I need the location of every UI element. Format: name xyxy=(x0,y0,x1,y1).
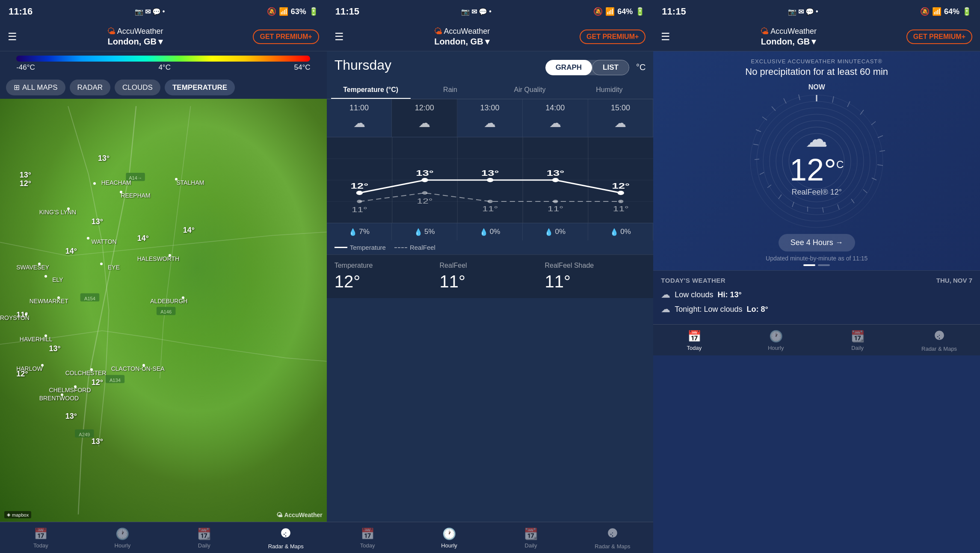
toggle-graph[interactable]: GRAPH xyxy=(545,60,592,75)
nav-hourly-1[interactable]: 🕐 Hourly xyxy=(82,527,163,550)
col-1500: 15:00 ☁ xyxy=(588,99,654,137)
dot-eye xyxy=(100,263,103,265)
nav-today-1[interactable]: 📅 Today xyxy=(0,527,82,550)
tonight-condition: Tonight: Low clouds xyxy=(675,305,742,314)
nav-radar-1[interactable]: Radar & Maps xyxy=(245,527,327,550)
nav-radar-2[interactable]: Radar & Maps xyxy=(571,527,653,550)
svg-line-55 xyxy=(838,204,839,210)
label-harlow: HARLOW xyxy=(16,365,42,372)
dot-heacham xyxy=(93,182,96,185)
nav-hourly-3[interactable]: 🕐 Hourly xyxy=(735,330,817,352)
radar-cloud-icon: ☁ xyxy=(805,126,828,152)
tab-clouds[interactable]: CLOUDS xyxy=(115,80,160,95)
location-2[interactable]: London, GB ▾ xyxy=(434,36,489,47)
label-colchester: COLCHESTER xyxy=(65,370,107,376)
timeline-dot-1 xyxy=(803,264,815,266)
tab-temperature[interactable]: TEMPERATURE xyxy=(165,80,235,95)
drop-icon-1: 💧 xyxy=(349,228,357,236)
today-label: TODAY'S WEATHER xyxy=(661,277,725,284)
svg-line-65 xyxy=(762,117,767,120)
temp-13-4: 13° xyxy=(65,412,77,421)
message-icon-2: 💬 xyxy=(479,8,487,16)
camera-icon-3: 📷 xyxy=(788,8,796,16)
label-eye: EYE xyxy=(108,264,120,271)
legend-line-solid xyxy=(335,247,347,248)
radar-realfeel: RealFeel® 12° xyxy=(791,188,842,197)
chevron-down-icon-3: ▾ xyxy=(811,36,816,47)
screen-today: 11:15 📷 ✉ 💬 • 🔕 📶 64% 🔋 ☰ 🌤 AccuWeather xyxy=(653,0,980,553)
screen-maps: 11:16 📷 ✉ 💬 • 🔕 📶 63% 🔋 ☰ 🌤 AccuWeather xyxy=(0,0,327,553)
bottom-nav-3: 📅 Today 🕐 Hourly 📆 Daily Radar & Maps xyxy=(653,324,980,355)
daily-icon-1: 📆 xyxy=(197,527,211,541)
summary-temperature: Temperature 12° xyxy=(335,262,435,291)
premium-btn-2[interactable]: GET PREMIUM+ xyxy=(580,30,645,44)
tab-radar[interactable]: RADAR xyxy=(70,80,111,95)
mapbox-credit: ◈ mapbox xyxy=(4,511,31,518)
temp-14-3: 14° xyxy=(183,226,195,235)
label-reepham: REEPHAM xyxy=(121,192,151,199)
hamburger-menu-1[interactable]: ☰ xyxy=(8,31,17,43)
summary-temp-label: Temperature xyxy=(335,262,435,269)
svg-point-21 xyxy=(617,191,624,195)
summary-rfs-label: RealFeel Shade xyxy=(545,262,645,269)
wifi-icon: 📶 xyxy=(279,7,288,16)
drop-icon-5: 💧 xyxy=(610,228,619,236)
tab-air-quality[interactable]: Air Quality xyxy=(490,82,570,99)
svg-line-46 xyxy=(847,101,850,107)
svg-line-64 xyxy=(756,130,761,132)
tab-temperature[interactable]: Temperature (°C) xyxy=(331,82,411,99)
nav-radar-3[interactable]: Radar & Maps xyxy=(898,330,980,352)
nav-daily-1[interactable]: 📆 Daily xyxy=(163,527,245,550)
signal-dot: • xyxy=(163,8,165,15)
label-brentwood: BRENTWOOD xyxy=(39,395,79,402)
svg-line-66 xyxy=(772,106,776,111)
nav-daily-label-2: Daily xyxy=(525,542,537,549)
temp-13-3: 13° xyxy=(49,344,61,353)
nav-today-2[interactable]: 📅 Today xyxy=(327,527,409,550)
premium-btn-1[interactable]: GET PREMIUM+ xyxy=(253,30,319,44)
premium-btn-3[interactable]: GET PREMIUM+ xyxy=(906,30,972,44)
see-hours-button[interactable]: See 4 Hours → xyxy=(779,234,855,251)
svg-line-60 xyxy=(767,185,771,188)
nav-daily-2[interactable]: 📆 Daily xyxy=(490,527,572,550)
summary-rf-value: 11° xyxy=(440,272,541,291)
message-icon: 💬 xyxy=(152,8,161,16)
status-icons-1: 🔕 📶 63% 🔋 xyxy=(267,7,318,16)
precip-1500: 💧 0% xyxy=(588,223,654,240)
minutecast-title: EXCLUSIVE ACCUWEATHER MINUTECAST® xyxy=(751,58,882,65)
message-icon-3: 💬 xyxy=(805,8,814,16)
summary-section: Temperature 12° RealFeel 11° RealFeel Sh… xyxy=(327,254,654,298)
bottom-nav-1: 📅 Today 🕐 Hourly 📆 Daily Radar & Maps xyxy=(0,522,327,553)
precip-1100: 💧 7% xyxy=(327,223,392,240)
map-container[interactable]: A14→ A154 A146 A134 A249 HEACHAM 13° KIN… xyxy=(0,99,327,522)
nav-hourly-2[interactable]: 🕐 Hourly xyxy=(409,527,490,550)
hamburger-menu-3[interactable]: ☰ xyxy=(661,31,670,43)
nav-daily-3[interactable]: 📆 Daily xyxy=(817,330,898,352)
svg-point-22 xyxy=(357,200,362,203)
status-bar-1: 11:16 📷 ✉ 💬 • 🔕 📶 63% 🔋 xyxy=(0,0,327,22)
nav-today-label-1: Today xyxy=(33,542,48,549)
status-icons-2: 🔕 📶 64% 🔋 xyxy=(593,7,645,16)
tab-humidity[interactable]: Humidity xyxy=(569,82,649,99)
hourly-icon-1: 🕐 xyxy=(115,527,129,541)
tab-all-maps[interactable]: ⊞ ALL MAPS xyxy=(6,80,65,95)
hamburger-menu-2[interactable]: ☰ xyxy=(335,31,344,43)
radar-circle: ☁ 12° C RealFeel® 12° xyxy=(748,93,885,230)
unit-label: °C xyxy=(636,62,645,72)
notif-icons-2: 📷 ✉ 💬 • xyxy=(461,8,491,16)
radar-temp-display: 12° C xyxy=(790,154,844,185)
tab-rain[interactable]: Rain xyxy=(411,82,490,99)
header-center-3: 🌤 AccuWeather London, GB ▾ xyxy=(760,27,817,47)
accuweather-watermark: 🌤 AccuWeather xyxy=(276,512,322,518)
toggle-list[interactable]: LIST xyxy=(592,60,629,75)
svg-text:13°: 13° xyxy=(481,169,499,177)
nav-today-3[interactable]: 📅 Today xyxy=(653,330,735,352)
svg-point-23 xyxy=(422,191,427,195)
location-1[interactable]: London, GB ▾ xyxy=(108,36,163,47)
notif-icons-3: 📷 ✉ 💬 • xyxy=(788,8,818,16)
temp-12-3: 12° xyxy=(92,378,103,387)
camera-icon-2: 📷 xyxy=(461,8,470,16)
time-3: 11:15 xyxy=(662,6,686,17)
location-3[interactable]: London, GB ▾ xyxy=(761,36,816,47)
map-tabs: ⊞ ALL MAPS RADAR CLOUDS TEMPERATURE xyxy=(0,76,327,99)
